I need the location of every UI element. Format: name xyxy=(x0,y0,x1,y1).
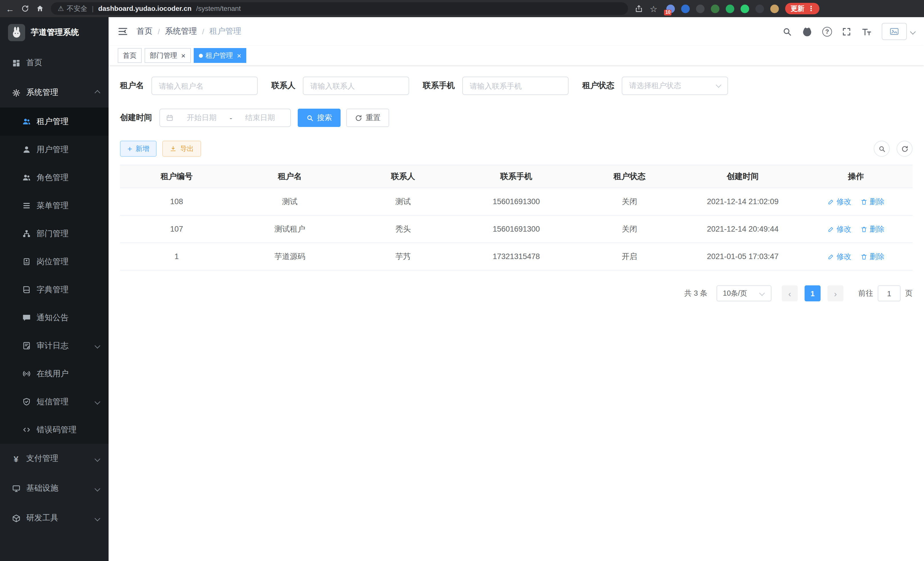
security-warning[interactable]: ⚠ 不安全 xyxy=(58,4,87,14)
sidebar-item-dept[interactable]: 部门管理 xyxy=(0,220,109,248)
date-range-picker[interactable]: 开始日期 - 结束日期 xyxy=(159,109,291,127)
add-button[interactable]: + 新增 xyxy=(120,141,157,157)
extension-icon[interactable] xyxy=(696,4,705,13)
sidebar-item-tenant[interactable]: 租户管理 xyxy=(0,108,109,135)
search-button[interactable]: 搜索 xyxy=(298,109,340,127)
browser-update-button[interactable]: 更新 ⋮ xyxy=(785,3,820,14)
breadcrumb-system[interactable]: 系统管理 xyxy=(165,26,197,37)
sidebar-item-label: 基础设施 xyxy=(26,483,58,493)
export-button[interactable]: 导出 xyxy=(162,141,201,157)
toggle-search-icon[interactable] xyxy=(874,141,890,157)
sidebar-item-label: 角色管理 xyxy=(37,172,69,183)
sidebar-item-error-code[interactable]: 错误码管理 xyxy=(0,416,109,444)
refresh-icon[interactable] xyxy=(897,141,913,157)
dashboard-icon xyxy=(11,58,21,68)
sidebar-item-online-user[interactable]: 在线用户 xyxy=(0,360,109,388)
sidebar-item-notice[interactable]: 通知公告 xyxy=(0,304,109,332)
chevron-down-icon xyxy=(94,515,100,521)
close-icon[interactable]: × xyxy=(181,52,185,59)
browser-back-icon[interactable]: ← xyxy=(6,4,14,13)
extensions-area: 10 更新 ⋮ xyxy=(667,3,820,14)
search-button-label: 搜索 xyxy=(317,113,332,123)
edit-link[interactable]: 修改 xyxy=(827,224,851,234)
sidebar-item-label: 首页 xyxy=(26,58,42,68)
cell-tenant-id: 107 xyxy=(120,225,233,233)
extension-icon[interactable] xyxy=(771,4,779,13)
sidebar-item-post[interactable]: 岗位管理 xyxy=(0,248,109,276)
menu-list-icon xyxy=(22,201,31,210)
browser-menu-icon[interactable]: ⋮ xyxy=(808,5,814,13)
sidebar-item-label: 字典管理 xyxy=(37,284,69,295)
browser-reload-icon[interactable] xyxy=(21,5,29,13)
caret-down-icon xyxy=(910,29,916,34)
end-date-placeholder[interactable]: 结束日期 xyxy=(236,113,285,123)
sidebar-item-dict[interactable]: 字典管理 xyxy=(0,276,109,304)
field-label: 联系手机 xyxy=(423,81,455,91)
reset-button[interactable]: 重置 xyxy=(346,109,389,127)
sidebar-item-sms[interactable]: 短信管理 xyxy=(0,388,109,416)
extension-icon[interactable] xyxy=(726,4,735,13)
cell-contact: 测试 xyxy=(346,196,460,207)
share-icon[interactable] xyxy=(635,5,643,13)
address-bar[interactable]: ⚠ 不安全 | dashboard.yudao.iocoder.cn /syst… xyxy=(51,2,628,15)
delete-label: 删除 xyxy=(870,224,885,234)
font-size-icon[interactable] xyxy=(861,26,872,37)
next-page-button[interactable]: › xyxy=(827,285,843,301)
sidebar-item-audit-log[interactable]: 审计日志 xyxy=(0,332,109,360)
column-header: 租户名 xyxy=(233,171,346,182)
sidebar-item-infrastructure[interactable]: 基础设施 xyxy=(0,474,109,503)
github-icon[interactable] xyxy=(802,26,813,37)
user-avatar-menu[interactable] xyxy=(882,23,915,40)
sidebar-item-home[interactable]: 首页 xyxy=(0,48,109,78)
help-icon[interactable]: ? xyxy=(822,27,832,36)
cell-created: 2021-12-14 21:02:09 xyxy=(686,197,799,206)
role-icon xyxy=(22,173,31,182)
cell-created: 2021-01-05 17:03:47 xyxy=(686,252,799,261)
status-select[interactable]: 请选择租户状态 xyxy=(622,77,728,95)
goto-page: 前往 页 xyxy=(858,285,913,301)
badge-icon xyxy=(22,257,31,266)
sidebar-item-label: 错误码管理 xyxy=(37,425,76,435)
current-page-button[interactable]: 1 xyxy=(805,285,820,301)
menu-fold-icon[interactable] xyxy=(118,26,128,37)
audit-doc-icon xyxy=(22,341,31,350)
sidebar-item-role[interactable]: 角色管理 xyxy=(0,164,109,192)
tab-tenant-manage[interactable]: 租户管理 × xyxy=(194,48,246,63)
extension-icon[interactable]: 10 xyxy=(667,4,675,13)
edit-link[interactable]: 修改 xyxy=(827,196,851,207)
edit-link[interactable]: 修改 xyxy=(827,251,851,262)
sidebar-item-payment[interactable]: ¥ 支付管理 xyxy=(0,444,109,474)
browser-home-icon[interactable] xyxy=(36,5,44,13)
cell-tenant-id: 1 xyxy=(120,252,233,261)
page-size-select[interactable]: 10条/页 xyxy=(717,285,771,301)
sidebar-item-user[interactable]: 用户管理 xyxy=(0,135,109,164)
browser-chrome: ← ⚠ 不安全 | dashboard.yudao.iocoder.cn /sy… xyxy=(0,0,924,17)
tenant-name-input[interactable] xyxy=(152,77,258,95)
breadcrumb-home[interactable]: 首页 xyxy=(136,26,153,37)
mobile-input[interactable] xyxy=(462,77,568,95)
tab-home[interactable]: 首页 xyxy=(118,48,142,63)
sidebar-item-dev-tools[interactable]: 研发工具 xyxy=(0,503,109,533)
extension-icon[interactable] xyxy=(681,4,690,13)
delete-link[interactable]: 删除 xyxy=(861,251,885,262)
bookmark-star-icon[interactable]: ☆ xyxy=(650,4,657,13)
logo-row[interactable]: 芋道管理系统 xyxy=(0,17,109,48)
delete-link[interactable]: 删除 xyxy=(861,224,885,234)
extension-icon[interactable] xyxy=(741,4,749,13)
calendar-icon xyxy=(166,114,174,122)
page-content: 租户名 联系人 联系手机 租户状态 请选择租户状态 xyxy=(109,65,924,561)
close-icon[interactable]: × xyxy=(237,52,241,59)
sidebar-item-menu[interactable]: 菜单管理 xyxy=(0,192,109,220)
goto-page-input[interactable] xyxy=(878,285,901,301)
contact-input[interactable] xyxy=(303,77,409,95)
extension-icon[interactable] xyxy=(756,4,764,13)
sidebar-item-system[interactable]: 系统管理 xyxy=(0,78,109,108)
prev-page-button[interactable]: ‹ xyxy=(782,285,798,301)
tab-dept-manage[interactable]: 部门管理 × xyxy=(145,48,190,63)
start-date-placeholder[interactable]: 开始日期 xyxy=(177,113,226,123)
fullscreen-icon[interactable] xyxy=(842,27,851,36)
extension-icon[interactable] xyxy=(711,4,720,13)
header-search-icon[interactable] xyxy=(782,27,792,36)
delete-link[interactable]: 删除 xyxy=(861,196,885,207)
breadcrumb-separator: / xyxy=(202,27,204,36)
